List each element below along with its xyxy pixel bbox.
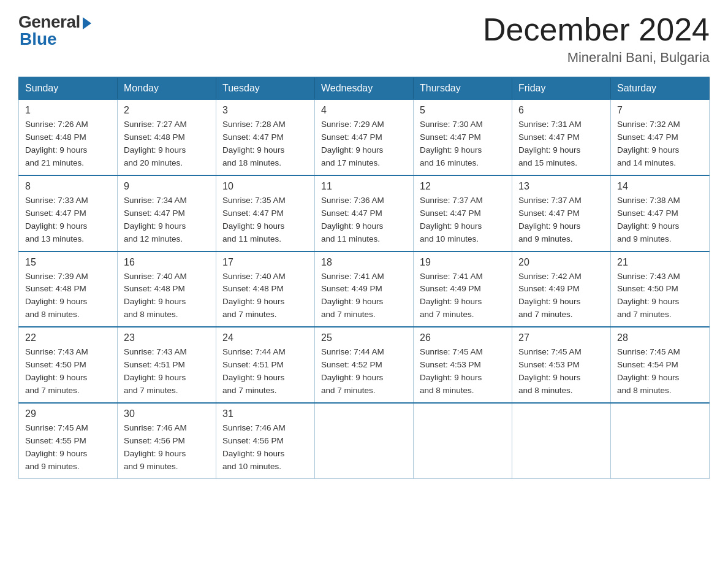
page-header: General Blue December 2024 Mineralni Ban…: [18, 12, 710, 66]
logo: General Blue: [18, 12, 91, 49]
calendar-cell: 18 Sunrise: 7:41 AMSunset: 4:49 PMDaylig…: [315, 251, 414, 327]
day-info: Sunrise: 7:26 AMSunset: 4:48 PMDaylight:…: [25, 120, 88, 167]
day-number: 18: [321, 257, 407, 268]
calendar-cell: 5 Sunrise: 7:30 AMSunset: 4:47 PMDayligh…: [414, 99, 512, 175]
calendar-week-row: 8 Sunrise: 7:33 AMSunset: 4:47 PMDayligh…: [19, 175, 710, 251]
calendar-cell: 24 Sunrise: 7:44 AMSunset: 4:51 PMDaylig…: [216, 327, 315, 403]
calendar-cell: 9 Sunrise: 7:34 AMSunset: 4:47 PMDayligh…: [118, 175, 216, 251]
calendar-cell: 10 Sunrise: 7:35 AMSunset: 4:47 PMDaylig…: [216, 175, 315, 251]
calendar-cell: 19 Sunrise: 7:41 AMSunset: 4:49 PMDaylig…: [414, 251, 512, 327]
calendar-week-row: 29 Sunrise: 7:45 AMSunset: 4:55 PMDaylig…: [19, 403, 710, 478]
calendar-cell: 12 Sunrise: 7:37 AMSunset: 4:47 PMDaylig…: [414, 175, 512, 251]
day-info: Sunrise: 7:46 AMSunset: 4:56 PMDaylight:…: [222, 423, 286, 471]
calendar-cell: 22 Sunrise: 7:43 AMSunset: 4:50 PMDaylig…: [19, 327, 118, 403]
day-info: Sunrise: 7:36 AMSunset: 4:47 PMDaylight:…: [321, 196, 384, 243]
day-number: 29: [25, 408, 111, 419]
calendar-week-row: 22 Sunrise: 7:43 AMSunset: 4:50 PMDaylig…: [19, 327, 710, 403]
column-header-monday: Monday: [118, 77, 216, 99]
day-info: Sunrise: 7:41 AMSunset: 4:49 PMDaylight:…: [420, 272, 483, 320]
logo-arrow-icon: [83, 17, 91, 29]
column-header-thursday: Thursday: [414, 77, 512, 99]
day-info: Sunrise: 7:46 AMSunset: 4:56 PMDaylight:…: [124, 423, 187, 471]
calendar-cell: 14 Sunrise: 7:38 AMSunset: 4:47 PMDaylig…: [611, 175, 710, 251]
day-info: Sunrise: 7:42 AMSunset: 4:49 PMDaylight:…: [518, 272, 582, 320]
day-info: Sunrise: 7:45 AMSunset: 4:54 PMDaylight:…: [617, 347, 680, 395]
calendar-cell: 29 Sunrise: 7:45 AMSunset: 4:55 PMDaylig…: [19, 403, 118, 478]
column-header-friday: Friday: [512, 77, 611, 99]
day-number: 24: [222, 332, 308, 343]
calendar-cell: 4 Sunrise: 7:29 AMSunset: 4:47 PMDayligh…: [315, 99, 414, 175]
day-info: Sunrise: 7:39 AMSunset: 4:48 PMDaylight:…: [25, 272, 88, 320]
calendar-body: 1 Sunrise: 7:26 AMSunset: 4:48 PMDayligh…: [19, 99, 710, 478]
calendar-cell: 3 Sunrise: 7:28 AMSunset: 4:47 PMDayligh…: [216, 99, 315, 175]
day-number: 31: [222, 408, 308, 419]
calendar-cell: [315, 403, 414, 478]
location-subtitle: Mineralni Bani, Bulgaria: [483, 50, 710, 66]
calendar-header-row: SundayMondayTuesdayWednesdayThursdayFrid…: [19, 77, 710, 99]
calendar-cell: 23 Sunrise: 7:43 AMSunset: 4:51 PMDaylig…: [118, 327, 216, 403]
day-info: Sunrise: 7:44 AMSunset: 4:52 PMDaylight:…: [321, 347, 384, 395]
day-number: 12: [420, 181, 506, 192]
calendar-cell: 21 Sunrise: 7:43 AMSunset: 4:50 PMDaylig…: [611, 251, 710, 327]
day-number: 1: [25, 105, 111, 116]
day-number: 20: [518, 257, 604, 268]
day-number: 6: [518, 105, 604, 116]
calendar-cell: 1 Sunrise: 7:26 AMSunset: 4:48 PMDayligh…: [19, 99, 118, 175]
calendar-cell: 6 Sunrise: 7:31 AMSunset: 4:47 PMDayligh…: [512, 99, 611, 175]
day-info: Sunrise: 7:43 AMSunset: 4:50 PMDaylight:…: [617, 272, 680, 320]
calendar-cell: 7 Sunrise: 7:32 AMSunset: 4:47 PMDayligh…: [611, 99, 710, 175]
calendar-cell: 25 Sunrise: 7:44 AMSunset: 4:52 PMDaylig…: [315, 327, 414, 403]
day-info: Sunrise: 7:44 AMSunset: 4:51 PMDaylight:…: [222, 347, 286, 395]
day-number: 23: [124, 332, 210, 343]
day-number: 28: [617, 332, 703, 343]
calendar-cell: 17 Sunrise: 7:40 AMSunset: 4:48 PMDaylig…: [216, 251, 315, 327]
day-number: 13: [518, 181, 604, 192]
day-number: 27: [518, 332, 604, 343]
day-info: Sunrise: 7:45 AMSunset: 4:55 PMDaylight:…: [25, 423, 88, 471]
calendar-cell: 15 Sunrise: 7:39 AMSunset: 4:48 PMDaylig…: [19, 251, 118, 327]
day-info: Sunrise: 7:45 AMSunset: 4:53 PMDaylight:…: [518, 347, 582, 395]
day-number: 7: [617, 105, 703, 116]
day-info: Sunrise: 7:27 AMSunset: 4:48 PMDaylight:…: [124, 120, 187, 167]
day-number: 9: [124, 181, 210, 192]
day-info: Sunrise: 7:37 AMSunset: 4:47 PMDaylight:…: [518, 196, 582, 243]
calendar-cell: 11 Sunrise: 7:36 AMSunset: 4:47 PMDaylig…: [315, 175, 414, 251]
day-info: Sunrise: 7:41 AMSunset: 4:49 PMDaylight:…: [321, 272, 384, 320]
month-year-title: December 2024: [483, 12, 710, 47]
day-number: 25: [321, 332, 407, 343]
day-number: 2: [124, 105, 210, 116]
day-info: Sunrise: 7:35 AMSunset: 4:47 PMDaylight:…: [222, 196, 286, 243]
day-info: Sunrise: 7:32 AMSunset: 4:47 PMDaylight:…: [617, 120, 680, 167]
calendar-cell: 28 Sunrise: 7:45 AMSunset: 4:54 PMDaylig…: [611, 327, 710, 403]
day-number: 16: [124, 257, 210, 268]
day-number: 21: [617, 257, 703, 268]
day-info: Sunrise: 7:30 AMSunset: 4:47 PMDaylight:…: [420, 120, 483, 167]
calendar-cell: 8 Sunrise: 7:33 AMSunset: 4:47 PMDayligh…: [19, 175, 118, 251]
day-number: 15: [25, 257, 111, 268]
calendar-cell: 16 Sunrise: 7:40 AMSunset: 4:48 PMDaylig…: [118, 251, 216, 327]
column-header-saturday: Saturday: [611, 77, 710, 99]
day-info: Sunrise: 7:33 AMSunset: 4:47 PMDaylight:…: [25, 196, 88, 243]
day-number: 19: [420, 257, 506, 268]
day-info: Sunrise: 7:38 AMSunset: 4:47 PMDaylight:…: [617, 196, 680, 243]
day-number: 3: [222, 105, 308, 116]
day-info: Sunrise: 7:43 AMSunset: 4:50 PMDaylight:…: [25, 347, 88, 395]
title-block: December 2024 Mineralni Bani, Bulgaria: [483, 12, 710, 66]
day-info: Sunrise: 7:29 AMSunset: 4:47 PMDaylight:…: [321, 120, 384, 167]
day-number: 22: [25, 332, 111, 343]
day-number: 30: [124, 408, 210, 419]
day-number: 26: [420, 332, 506, 343]
day-info: Sunrise: 7:31 AMSunset: 4:47 PMDaylight:…: [518, 120, 582, 167]
day-number: 10: [222, 181, 308, 192]
day-number: 5: [420, 105, 506, 116]
calendar-cell: [414, 403, 512, 478]
day-info: Sunrise: 7:45 AMSunset: 4:53 PMDaylight:…: [420, 347, 483, 395]
calendar-cell: [512, 403, 611, 478]
calendar-cell: 2 Sunrise: 7:27 AMSunset: 4:48 PMDayligh…: [118, 99, 216, 175]
column-header-sunday: Sunday: [19, 77, 118, 99]
calendar-cell: 13 Sunrise: 7:37 AMSunset: 4:47 PMDaylig…: [512, 175, 611, 251]
day-number: 11: [321, 181, 407, 192]
calendar-cell: 26 Sunrise: 7:45 AMSunset: 4:53 PMDaylig…: [414, 327, 512, 403]
day-number: 17: [222, 257, 308, 268]
logo-blue-text: Blue: [20, 29, 57, 49]
